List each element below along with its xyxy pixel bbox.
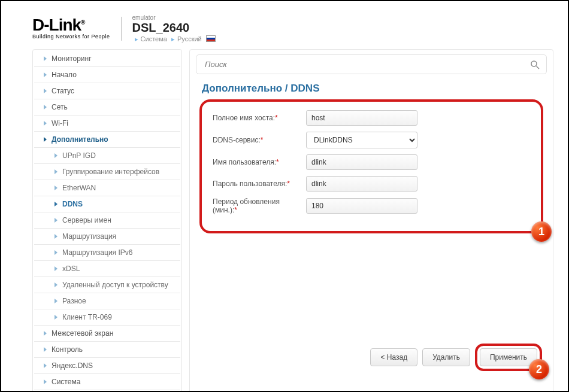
chevron-right-icon: [55, 218, 57, 223]
sidebar-item-label: Яндекс.DNS: [52, 361, 93, 370]
chevron-right-icon: [44, 72, 47, 77]
sidebar-sub-ddns[interactable]: DDNS: [34, 196, 180, 212]
emulator-label: emulator: [132, 14, 216, 21]
sidebar-item-label: UPnP IGD: [62, 151, 96, 160]
hostname-label: Полное имя хоста:*: [213, 114, 306, 122]
chevron-right-icon: ▸: [169, 35, 177, 42]
sidebar-item-label: Межсетевой экран: [52, 329, 113, 338]
sidebar-item-control[interactable]: Контроль: [34, 342, 180, 358]
sidebar-sub-remote-access[interactable]: Удаленный доступ к устройству: [34, 277, 180, 293]
breadcrumb: ▸Система ▸Русский: [132, 35, 216, 43]
sidebar-item-network[interactable]: Сеть: [34, 99, 180, 116]
chevron-right-icon: [55, 169, 57, 174]
sidebar-item-label: xDSL: [62, 265, 80, 273]
period-input[interactable]: [306, 198, 417, 214]
chevron-right-icon: [44, 105, 47, 110]
search-input[interactable]: [196, 54, 547, 74]
sidebar-sub-tr069[interactable]: Клиент TR-069: [34, 309, 180, 326]
chevron-right-icon: [55, 186, 57, 190]
sidebar-item-label: Начало: [52, 71, 77, 79]
annotation-badge-1: 1: [531, 221, 552, 242]
chevron-right-icon: [44, 379, 47, 384]
sidebar-item-label: EtherWAN: [62, 184, 96, 192]
russian-flag-icon[interactable]: [206, 35, 216, 42]
ddns-form-highlight: Полное имя хоста:* DDNS-сервис:* DLinkDD…: [199, 99, 543, 233]
row-service: DDNS-сервис:* DLinkDDNS: [213, 132, 530, 148]
sidebar: Мониторинг Начало Статус Сеть Wi-Fi Допо…: [32, 49, 182, 392]
chevron-right-icon: [44, 331, 47, 336]
chevron-right-icon: [55, 234, 57, 239]
chevron-right-icon: ▸: [132, 35, 141, 42]
svg-line-1: [537, 66, 540, 69]
service-select[interactable]: DLinkDDNS: [306, 132, 417, 148]
sidebar-item-wifi[interactable]: Wi-Fi: [34, 116, 180, 132]
chevron-right-icon: [44, 121, 47, 126]
username-input[interactable]: [306, 154, 417, 170]
sidebar-item-label: Группирование интерфейсов: [62, 168, 159, 176]
sidebar-item-label: Система: [52, 378, 80, 386]
sidebar-sub-misc[interactable]: Разное: [34, 293, 180, 309]
device-model: DSL_2640: [132, 21, 216, 34]
sidebar-item-status[interactable]: Статус: [34, 83, 180, 99]
chevron-right-icon: [55, 202, 57, 206]
row-hostname: Полное имя хоста:*: [213, 110, 530, 126]
chevron-right-icon: [55, 315, 57, 320]
sidebar-item-label: Дополнительно: [52, 135, 108, 144]
device-block: emulator DSL_2640 ▸Система ▸Русский: [132, 14, 216, 43]
main-panel: Дополнительно / DDNS Полное имя хоста:* …: [189, 49, 553, 392]
sidebar-sub-xdsl[interactable]: xDSL: [34, 261, 180, 277]
sidebar-item-label: Сеть: [52, 103, 68, 111]
hostname-input[interactable]: [306, 110, 417, 126]
sidebar-item-label: Контроль: [52, 345, 83, 354]
button-row: < Назад Удалить Применить 2: [370, 344, 542, 371]
divider: [121, 17, 122, 41]
chevron-right-icon: [44, 89, 47, 93]
sidebar-item-label: Удаленный доступ к устройству: [62, 281, 168, 289]
sidebar-item-label: Маршрутизация IPv6: [62, 248, 132, 257]
chevron-right-icon: [55, 266, 57, 271]
password-input[interactable]: [306, 176, 417, 192]
service-label: DDNS-сервис:*: [213, 136, 306, 144]
sidebar-item-advanced[interactable]: Дополнительно: [34, 132, 180, 148]
sidebar-item-firewall[interactable]: Межсетевой экран: [34, 326, 180, 342]
search-icon[interactable]: [530, 60, 540, 69]
sidebar-item-label: Статус: [52, 87, 74, 95]
search-box: [196, 54, 547, 74]
annotation-badge-2: 2: [529, 359, 549, 379]
row-username: Имя пользователя:*: [213, 154, 530, 170]
chevron-right-icon: [55, 250, 57, 255]
header: D-Link® Building Networks for People emu…: [1, 1, 568, 49]
apply-button[interactable]: Применить: [480, 348, 537, 366]
crumb-language[interactable]: Русский: [177, 35, 202, 42]
sidebar-sub-routing[interactable]: Маршрутизация: [34, 229, 180, 245]
brand-name: D-Link®: [32, 18, 110, 32]
sidebar-item-start[interactable]: Начало: [34, 67, 180, 83]
sidebar-sub-routing-ipv6[interactable]: Маршрутизация IPv6: [34, 245, 180, 261]
sidebar-item-label: Wi-Fi: [52, 119, 68, 127]
back-button[interactable]: < Назад: [370, 348, 417, 366]
sidebar-sub-upnp[interactable]: UPnP IGD: [34, 148, 180, 164]
brand-logo: D-Link® Building Networks for People: [32, 18, 110, 39]
chevron-right-icon: [55, 153, 57, 158]
password-label: Пароль пользователя:*: [213, 180, 306, 188]
delete-button[interactable]: Удалить: [422, 348, 470, 366]
chevron-right-icon: [44, 56, 47, 61]
row-password: Пароль пользователя:*: [213, 176, 530, 192]
sidebar-item-label: Маршрутизация: [62, 232, 116, 241]
chevron-right-icon: [55, 299, 57, 303]
chevron-right-icon: [44, 363, 47, 368]
sidebar-item-yandexdns[interactable]: Яндекс.DNS: [34, 358, 180, 374]
sidebar-item-label: DDNS: [62, 200, 83, 208]
crumb-system[interactable]: Система: [141, 35, 167, 42]
row-period: Период обновления (мин.):*: [213, 197, 530, 214]
sidebar-sub-etherwan[interactable]: EtherWAN: [34, 180, 180, 196]
sidebar-item-label: Клиент TR-069: [62, 313, 112, 321]
username-label: Имя пользователя:*: [213, 158, 306, 166]
sidebar-item-system[interactable]: Система: [34, 374, 180, 390]
brand-tagline: Building Networks for People: [32, 34, 110, 39]
sidebar-sub-grouping[interactable]: Группирование интерфейсов: [34, 164, 180, 180]
sidebar-item-monitoring[interactable]: Мониторинг: [34, 51, 180, 67]
chevron-right-icon: [44, 137, 47, 142]
sidebar-sub-nameservers[interactable]: Серверы имен: [34, 212, 180, 229]
chevron-right-icon: [44, 347, 47, 352]
